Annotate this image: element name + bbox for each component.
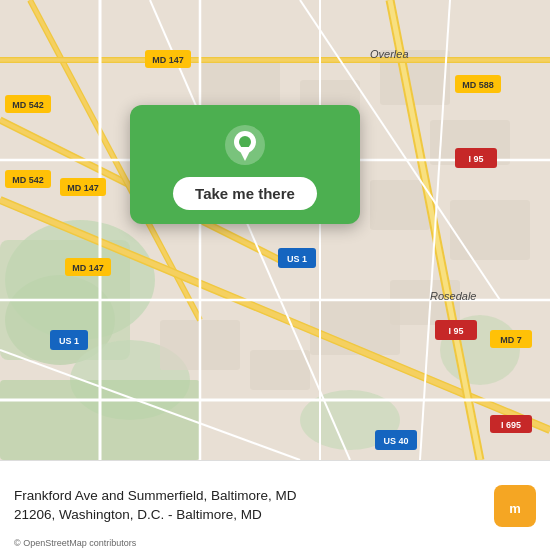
svg-text:US 40: US 40 bbox=[383, 436, 408, 446]
location-card[interactable]: Take me there bbox=[130, 105, 360, 224]
svg-text:MD 588: MD 588 bbox=[462, 80, 494, 90]
svg-point-68 bbox=[239, 136, 251, 148]
svg-text:MD 147: MD 147 bbox=[67, 183, 99, 193]
moovit-icon: m bbox=[494, 485, 536, 527]
svg-text:I 95: I 95 bbox=[448, 326, 463, 336]
svg-text:I 95: I 95 bbox=[468, 154, 483, 164]
svg-text:m: m bbox=[509, 501, 521, 516]
bottom-bar: Frankford Ave and Summerfield, Baltimore… bbox=[0, 460, 550, 550]
map-container: MD 542 MD 542 MD 147 MD 147 MD 147 US 1 … bbox=[0, 0, 550, 460]
svg-text:MD 542: MD 542 bbox=[12, 175, 44, 185]
address-block: Frankford Ave and Summerfield, Baltimore… bbox=[14, 487, 484, 525]
svg-text:Rosedale: Rosedale bbox=[430, 290, 476, 302]
moovit-logo: m bbox=[494, 485, 536, 527]
take-me-there-button[interactable]: Take me there bbox=[173, 177, 317, 210]
svg-rect-15 bbox=[450, 200, 530, 260]
svg-text:I 695: I 695 bbox=[501, 420, 521, 430]
svg-text:US 1: US 1 bbox=[59, 336, 79, 346]
svg-rect-12 bbox=[370, 180, 430, 230]
location-pin-icon bbox=[223, 123, 267, 167]
address-line-1: Frankford Ave and Summerfield, Baltimore… bbox=[14, 487, 484, 506]
svg-text:MD 147: MD 147 bbox=[72, 263, 104, 273]
svg-rect-17 bbox=[250, 350, 310, 390]
address-line-2: 21206, Washington, D.C. - Baltimore, MD bbox=[14, 506, 484, 525]
svg-rect-8 bbox=[200, 60, 280, 110]
svg-text:MD 147: MD 147 bbox=[152, 55, 184, 65]
osm-attribution: © OpenStreetMap contributors bbox=[14, 538, 136, 548]
svg-text:Overlea: Overlea bbox=[370, 48, 409, 60]
svg-text:US 1: US 1 bbox=[287, 254, 307, 264]
svg-text:MD 7: MD 7 bbox=[500, 335, 522, 345]
map-background: MD 542 MD 542 MD 147 MD 147 MD 147 US 1 … bbox=[0, 0, 550, 460]
svg-text:MD 542: MD 542 bbox=[12, 100, 44, 110]
